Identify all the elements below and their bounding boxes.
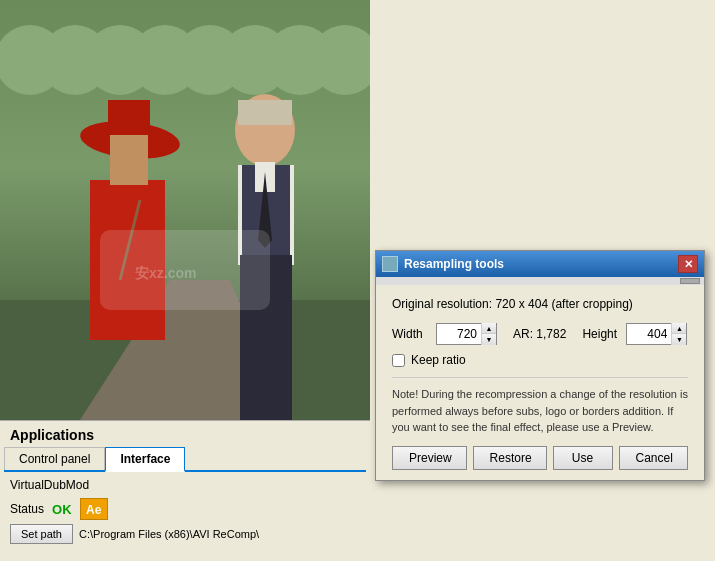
video-area xyxy=(0,0,370,420)
ar-label: AR: 1,782 xyxy=(513,327,566,341)
svg-text:Ae: Ae xyxy=(86,503,102,516)
path-row: Set path C:\Program Files (x86)\AVI ReCo… xyxy=(10,524,360,544)
path-value: C:\Program Files (x86)\AVI ReComp\ xyxy=(79,528,259,540)
cancel-button[interactable]: Cancel xyxy=(619,446,689,470)
width-input-box[interactable]: ▲ ▼ xyxy=(436,323,497,345)
dialog-button-row: Preview Restore Use Cancel xyxy=(392,446,688,470)
video-canvas xyxy=(0,0,370,420)
height-input-box[interactable]: ▲ ▼ xyxy=(626,323,687,345)
resampling-dialog: Resampling tools ✕ Original resolution: … xyxy=(375,250,705,481)
dialog-icon xyxy=(382,256,398,272)
dialog-slider-area xyxy=(376,277,704,285)
app-panel: Applications Control panel Interface Vir… xyxy=(0,420,370,561)
status-row: Status OK Ae xyxy=(10,498,360,520)
panel-content: VirtualDubMod Status OK Ae Set path C:\P… xyxy=(0,472,370,550)
tab-control-panel[interactable]: Control panel xyxy=(4,447,105,470)
height-spin-down[interactable]: ▼ xyxy=(672,334,686,345)
set-path-button[interactable]: Set path xyxy=(10,524,73,544)
dialog-close-button[interactable]: ✕ xyxy=(678,255,698,273)
app-name-label: VirtualDubMod xyxy=(10,478,360,492)
keep-ratio-checkbox[interactable] xyxy=(392,354,405,367)
dialog-body: Original resolution: 720 x 404 (after cr… xyxy=(376,285,704,480)
status-label: Status xyxy=(10,502,44,516)
ae-icon[interactable]: Ae xyxy=(80,498,108,520)
resolution-text: Original resolution: 720 x 404 (after cr… xyxy=(392,297,688,311)
height-spin-up[interactable]: ▲ xyxy=(672,323,686,334)
width-spinners: ▲ ▼ xyxy=(481,323,496,345)
note-text: Note! During the recompression a change … xyxy=(392,377,688,436)
dialog-titlebar[interactable]: Resampling tools ✕ xyxy=(376,251,704,277)
status-value: OK xyxy=(52,502,72,517)
preview-button[interactable]: Preview xyxy=(392,446,467,470)
dialog-slider-thumb xyxy=(680,278,700,284)
width-label: Width xyxy=(392,327,428,341)
app-panel-title: Applications xyxy=(0,421,370,447)
dialog-title: Resampling tools xyxy=(404,257,504,271)
keep-ratio-label: Keep ratio xyxy=(411,353,466,367)
ae-symbol-icon: Ae xyxy=(85,502,103,516)
height-input[interactable] xyxy=(627,325,671,343)
use-button[interactable]: Use xyxy=(553,446,613,470)
width-spin-up[interactable]: ▲ xyxy=(482,323,496,334)
dialog-title-left: Resampling tools xyxy=(382,256,504,272)
width-spin-down[interactable]: ▼ xyxy=(482,334,496,345)
restore-button[interactable]: Restore xyxy=(473,446,547,470)
width-height-row: Width ▲ ▼ AR: 1,782 Height ▲ ▼ xyxy=(392,323,688,345)
tab-interface[interactable]: Interface xyxy=(105,447,185,472)
width-input[interactable] xyxy=(437,325,481,343)
height-spinners: ▲ ▼ xyxy=(671,323,686,345)
height-label: Height xyxy=(582,327,618,341)
keep-ratio-row: Keep ratio xyxy=(392,353,688,367)
tab-bar: Control panel Interface xyxy=(4,447,366,472)
